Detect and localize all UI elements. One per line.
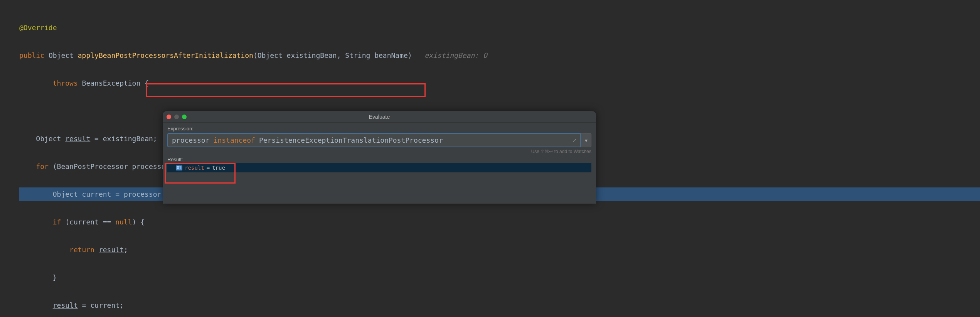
expression-label: Expression: — [167, 126, 591, 132]
expression-input[interactable]: processor instanceof PersistenceExceptio… — [167, 133, 581, 147]
semi-return: ; — [124, 246, 128, 254]
kw-for: for — [36, 162, 49, 170]
expand-icon[interactable]: ⤢ — [572, 137, 577, 143]
expr-token-processor: processor — [172, 136, 210, 144]
kw-public: public — [19, 51, 44, 59]
close-button[interactable] — [167, 115, 171, 119]
chevron-down-icon: ▾ — [585, 137, 588, 143]
evaluate-titlebar[interactable]: Evaluate — [163, 111, 596, 123]
expr-token-instanceof: instanceof — [214, 136, 255, 144]
kw-return: return — [69, 246, 94, 254]
decl-current: Object current = — [53, 190, 124, 198]
evaluate-dialog[interactable]: Evaluate Expression: processor instanceo… — [163, 111, 596, 204]
expr-token-class: PersistenceExceptionTranslationPostProce… — [259, 136, 443, 144]
result-label: Result: — [167, 157, 591, 162]
if-rest: (current == — [61, 218, 115, 226]
decl-object: Object — [36, 135, 65, 143]
var-result: result — [65, 135, 90, 143]
annotation-override: @Override — [19, 24, 57, 32]
evaluate-title: Evaluate — [163, 114, 596, 120]
kw-null: null — [115, 218, 132, 226]
if-close: ) { — [132, 218, 145, 226]
shortcut-hint: Use ⇧⌘↩ to add to Watches — [167, 149, 591, 154]
result-type-badge: 01 — [176, 165, 182, 170]
result-row[interactable]: 01 result = true — [167, 163, 591, 172]
minimize-button[interactable] — [174, 115, 179, 119]
throws-exc: BeansException { — [82, 79, 149, 87]
assign-existing: = existingBean; — [90, 135, 157, 143]
type-object: Object — [49, 51, 74, 59]
method-params: (Object existingBean, String beanName) — [253, 51, 412, 59]
inlay-existingbean-top: existingBean: O — [424, 51, 487, 59]
assign-current: = current; — [78, 301, 124, 309]
brace-close-if: } — [53, 273, 57, 282]
result-eq: = — [207, 165, 210, 171]
result-value: true — [212, 165, 225, 171]
var-result-return: result — [99, 246, 124, 254]
history-dropdown[interactable]: ▾ — [581, 133, 591, 147]
maximize-button[interactable] — [182, 115, 187, 119]
var-result-assign: result — [53, 301, 78, 309]
method-name: applyBeanPostProcessorsAfterInitializati… — [78, 51, 253, 59]
kw-if: if — [53, 218, 61, 226]
kw-throws: throws — [53, 79, 78, 87]
result-var-name: result — [185, 165, 204, 171]
window-controls — [167, 115, 187, 119]
